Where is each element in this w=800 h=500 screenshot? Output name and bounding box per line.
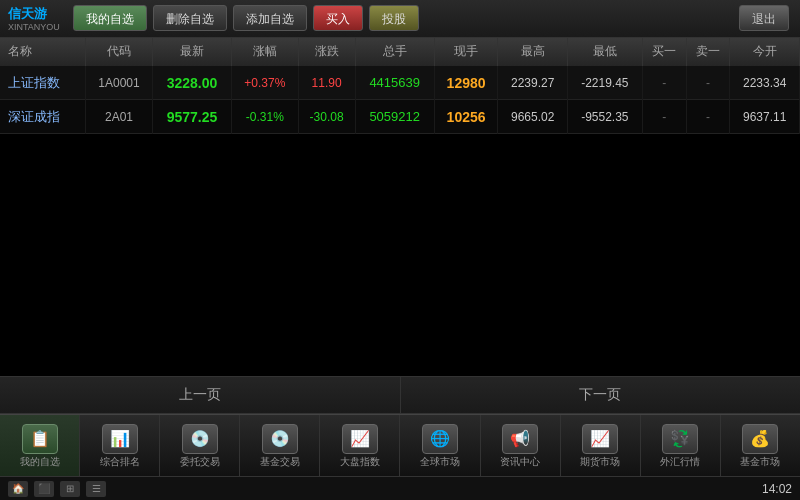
- col-change-val: 涨跌: [298, 38, 355, 66]
- home-icon[interactable]: 🏠: [8, 481, 28, 497]
- table-row[interactable]: 深证成指 2A01 9577.25 -0.31% -30.08 5059212 …: [0, 100, 800, 134]
- nav-label-9: 基金市场: [740, 456, 780, 468]
- status-time: 14:02: [762, 482, 792, 496]
- table-row[interactable]: 上证指数 1A0001 3228.00 +0.37% 11.90 4415639…: [0, 66, 800, 100]
- table-header-row: 名称 代码 最新 涨幅 涨跌 总手 现手 最高 最低 买一 卖一 今开: [0, 38, 800, 66]
- grid-icon[interactable]: ⊞: [60, 481, 80, 497]
- nav-futures[interactable]: 📈 期货市场: [561, 415, 641, 476]
- my-favorites-button[interactable]: 我的自选: [73, 5, 147, 31]
- next-page-button[interactable]: 下一页: [401, 377, 801, 413]
- nav-fund[interactable]: 💿 基金交易: [240, 415, 320, 476]
- nav-news[interactable]: 📢 资讯中心: [481, 415, 561, 476]
- col-change-pct: 涨幅: [232, 38, 298, 66]
- col-current: 现手: [434, 38, 498, 66]
- prev-page-button[interactable]: 上一页: [0, 377, 401, 413]
- nav-rankings[interactable]: 📊 综合排名: [80, 415, 160, 476]
- cell-high: 9665.02: [498, 100, 568, 134]
- nav-icon-4: 📈: [342, 424, 378, 454]
- status-bar: 🏠 ⬛ ⊞ ☰ 14:02: [0, 476, 800, 500]
- cell-name: 上证指数: [0, 66, 86, 100]
- window-icon[interactable]: ⬛: [34, 481, 54, 497]
- cell-latest: 9577.25: [152, 100, 231, 134]
- add-favorites-button[interactable]: 添加自选: [233, 5, 307, 31]
- cell-open: 2233.34: [730, 66, 800, 100]
- delete-favorites-button[interactable]: 删除自选: [153, 5, 227, 31]
- col-latest: 最新: [152, 38, 231, 66]
- cell-buy1: -: [642, 66, 686, 100]
- cell-change-pct: -0.31%: [232, 100, 298, 134]
- nav-icon-8: 💱: [662, 424, 698, 454]
- col-buy1: 买一: [642, 38, 686, 66]
- col-low: 最低: [567, 38, 642, 66]
- logo-text: 信天游: [8, 6, 47, 21]
- bottom-nav: 📋 我的自选 📊 综合排名 💿 委托交易 💿 基金交易 📈 大盘指数 🌐 全球市…: [0, 414, 800, 476]
- nav-label-1: 综合排名: [100, 456, 140, 468]
- cell-change-val: 11.90: [298, 66, 355, 100]
- col-total: 总手: [355, 38, 434, 66]
- cell-low: -9552.35: [567, 100, 642, 134]
- cell-open: 9637.11: [730, 100, 800, 134]
- nav-index[interactable]: 📈 大盘指数: [320, 415, 400, 476]
- nav-icon-0: 📋: [22, 424, 58, 454]
- col-open: 今开: [730, 38, 800, 66]
- cell-low: -2219.45: [567, 66, 642, 100]
- cell-high: 2239.27: [498, 66, 568, 100]
- status-icons: 🏠 ⬛ ⊞ ☰: [8, 481, 106, 497]
- nav-label-8: 外汇行情: [660, 456, 700, 468]
- nav-global[interactable]: 🌐 全球市场: [400, 415, 480, 476]
- nav-label-5: 全球市场: [420, 456, 460, 468]
- nav-label-2: 委托交易: [180, 456, 220, 468]
- logo-sub: XINTANYOU: [8, 23, 60, 32]
- nav-icon-1: 📊: [102, 424, 138, 454]
- cell-name: 深证成指: [0, 100, 86, 134]
- cell-sell1: -: [686, 66, 730, 100]
- nav-icon-6: 📢: [502, 424, 538, 454]
- menu-icon[interactable]: ☰: [86, 481, 106, 497]
- logo: 信天游 XINTANYOU: [8, 4, 60, 32]
- col-code: 代码: [86, 38, 153, 66]
- cell-current: 12980: [434, 66, 498, 100]
- nav-label-3: 基金交易: [260, 456, 300, 468]
- sell-button[interactable]: 投股: [369, 5, 419, 31]
- nav-forex[interactable]: 💱 外汇行情: [641, 415, 721, 476]
- nav-icon-9: 💰: [742, 424, 778, 454]
- nav-fund-market[interactable]: 💰 基金市场: [721, 415, 800, 476]
- col-high: 最高: [498, 38, 568, 66]
- col-name: 名称: [0, 38, 86, 66]
- cell-buy1: -: [642, 100, 686, 134]
- cell-current: 10256: [434, 100, 498, 134]
- nav-label-7: 期货市场: [580, 456, 620, 468]
- cell-total: 5059212: [355, 100, 434, 134]
- cell-code: 1A0001: [86, 66, 153, 100]
- nav-label-0: 我的自选: [20, 456, 60, 468]
- nav-icon-7: 📈: [582, 424, 618, 454]
- nav-label-4: 大盘指数: [340, 456, 380, 468]
- col-sell1: 卖一: [686, 38, 730, 66]
- pagination-bar: 上一页 下一页: [0, 376, 800, 414]
- cell-latest: 3228.00: [152, 66, 231, 100]
- cell-total: 4415639: [355, 66, 434, 100]
- main-content: 名称 代码 最新 涨幅 涨跌 总手 现手 最高 最低 买一 卖一 今开 上证指数…: [0, 38, 800, 377]
- top-bar: 信天游 XINTANYOU 我的自选 删除自选 添加自选 买入 投股 退出: [0, 0, 800, 38]
- stock-table: 名称 代码 最新 涨幅 涨跌 总手 现手 最高 最低 买一 卖一 今开 上证指数…: [0, 38, 800, 135]
- cell-sell1: -: [686, 100, 730, 134]
- exit-button[interactable]: 退出: [739, 5, 789, 31]
- nav-my-favorites[interactable]: 📋 我的自选: [0, 415, 80, 476]
- cell-change-pct: +0.37%: [232, 66, 298, 100]
- cell-change-val: -30.08: [298, 100, 355, 134]
- nav-entrust[interactable]: 💿 委托交易: [160, 415, 240, 476]
- nav-icon-5: 🌐: [422, 424, 458, 454]
- nav-label-6: 资讯中心: [500, 456, 540, 468]
- nav-icon-3: 💿: [262, 424, 298, 454]
- status-left: 🏠 ⬛ ⊞ ☰: [8, 481, 106, 497]
- buy-button[interactable]: 买入: [313, 5, 363, 31]
- nav-icon-2: 💿: [182, 424, 218, 454]
- cell-code: 2A01: [86, 100, 153, 134]
